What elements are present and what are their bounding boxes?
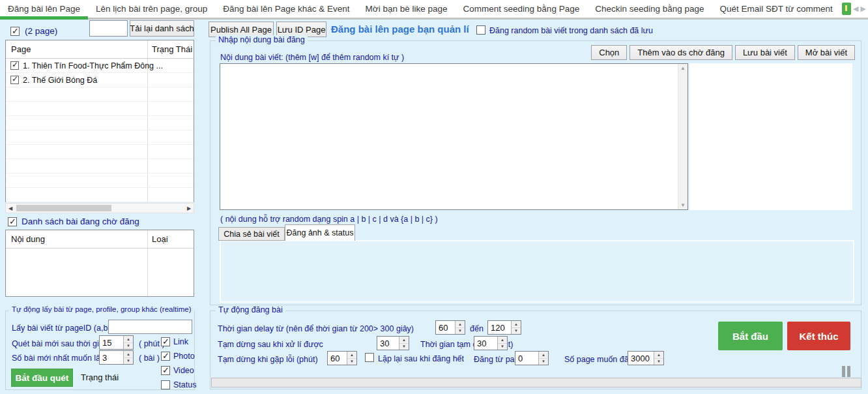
random-post-checkbox[interactable] (476, 25, 485, 35)
spinner-down-icon[interactable]: ▼ (654, 359, 663, 365)
tab-dang-bai-page-khac-event[interactable]: Đăng bài lên Page khác & Event (215, 0, 357, 18)
app-window: Đăng bài lên Page Lên lịch bài trên page… (0, 0, 868, 394)
compose-group-title: Nhập nội dung bài đăng (216, 35, 308, 44)
tab-photo-status[interactable]: Đăng ảnh & status (285, 224, 355, 241)
spinner-down-icon[interactable]: ▼ (539, 359, 548, 365)
spinner-down-icon[interactable]: ▼ (399, 344, 409, 350)
choose-button[interactable]: Chọn (591, 45, 627, 60)
spinner-up-icon[interactable]: ▲ (512, 321, 521, 328)
scroll-up-icon[interactable]: ▲ (678, 65, 687, 71)
spinner-down-icon[interactable]: ▼ (512, 328, 521, 335)
pages-table-header: Page Trạng Thái (6, 40, 194, 59)
spinner-up-icon[interactable]: ▲ (654, 352, 663, 359)
spinner-up-icon[interactable]: ▲ (124, 351, 133, 358)
spinner-down-icon[interactable]: ▼ (124, 343, 133, 350)
page-row-empty (6, 145, 194, 159)
spinner-down-icon[interactable]: ▼ (498, 344, 507, 350)
page-row-empty (6, 130, 194, 145)
page-row-label: 1. Thiên Tín Food-Thực Phẩm Đông ... (23, 61, 163, 70)
delay-to-label: đến (470, 324, 484, 334)
tab-quet-email-sdt[interactable]: Quét Email SĐT từ comment (712, 0, 841, 18)
start-button[interactable]: Bắt đầu (718, 322, 783, 350)
green-indicator-button[interactable] (842, 3, 851, 15)
col-content: Nội dung (11, 234, 45, 244)
delay-to-spinner[interactable]: 120 ▲▼ (487, 320, 521, 335)
type-video-checkbox[interactable] (161, 366, 170, 375)
type-photo-checkbox[interactable] (161, 352, 170, 361)
delay-from-spinner[interactable]: 60 ▲▼ (435, 320, 465, 335)
tab-dang-bai-len-page[interactable]: Đăng bài lên Page (0, 0, 88, 18)
page-row-empty (6, 188, 194, 202)
page-title: Đăng bài lên page bạn quản lí (331, 24, 469, 34)
scrollbar-thumb[interactable] (16, 205, 111, 211)
newest-count-spinner[interactable]: 3 ▲▼ (99, 350, 134, 365)
pause-after-spinner[interactable]: 30 ▲▼ (377, 336, 409, 350)
spinner-up-icon[interactable]: ▲ (347, 352, 356, 359)
page-row-empty (6, 102, 194, 116)
tab-scroll-right-icon[interactable]: ▶ (861, 3, 866, 15)
page-row[interactable]: 1. Thiên Tín Food-Thực Phẩm Đông ... (6, 59, 194, 73)
tab-moi-ban-be-like-page[interactable]: Mời bạn bè like page (358, 0, 456, 18)
stop-button[interactable]: Kết thúc (787, 322, 850, 350)
compose-button-row: Chọn Thêm vào ds chờ đăng Lưu bài viết M… (613, 45, 855, 60)
num-pages-label: Số page muốn đăng (564, 355, 638, 365)
num-pages-spinner[interactable]: 3000 ▲▼ (628, 351, 664, 365)
pages-hscrollbar[interactable]: ◀ ▶ (5, 203, 194, 213)
newest-count-label: Số bài mới nhất muốn lấy (12, 354, 104, 363)
spinner-down-icon[interactable]: ▼ (347, 359, 356, 365)
scroll-right-icon[interactable]: ▶ (184, 205, 194, 211)
type-video-label: Video (173, 366, 194, 376)
textarea-vscrollbar[interactable]: ▲ ▼ (678, 64, 687, 209)
page-row-empty (6, 87, 194, 102)
col-type: Loại (152, 234, 168, 244)
pending-list-checkbox[interactable] (8, 217, 17, 226)
select-all-pages-checkbox[interactable] (10, 27, 20, 36)
tab-comment-seeding[interactable]: Comment seeding bằng Page (456, 0, 588, 18)
type-link-checkbox[interactable] (161, 337, 170, 346)
spinner-up-icon[interactable]: ▲ (399, 337, 409, 344)
pause-icon[interactable] (842, 366, 850, 377)
page-row-checkbox[interactable] (10, 76, 19, 84)
spinner-down-icon[interactable]: ▼ (124, 358, 133, 365)
pause-error-label: Tạm dừng khi gặp lỗi (phút) (218, 355, 318, 365)
page-row-checkbox[interactable] (10, 61, 19, 70)
save-post-button[interactable]: Lưu bài viết (735, 45, 795, 60)
type-photo-label: Photo (173, 352, 195, 361)
scroll-down-icon[interactable]: ▼ (678, 202, 687, 208)
tab-share-post[interactable]: Chia sẻ bài viết (218, 227, 285, 241)
delay-label: Thời gian delay từ (nên để thời gian từ … (218, 324, 414, 334)
pages-count-label: (2 page) (25, 26, 57, 36)
pageid-label: Lấy bài viết từ pageID (a,b) (12, 324, 111, 333)
post-content-textarea[interactable]: ▲ ▼ (220, 63, 688, 210)
open-post-button[interactable]: Mở bài viết (798, 45, 855, 60)
tab-checkin-seeding[interactable]: Checkin seeding bằng page (587, 0, 712, 18)
col-status: Trạng Thái (152, 44, 192, 54)
pageid-input[interactable] (108, 320, 192, 334)
start-scan-button[interactable]: Bắt đầu quét (11, 369, 73, 387)
main-tabbar: Đăng bài lên Page Lên lịch bài trên page… (0, 0, 868, 20)
spinner-down-icon[interactable]: ▼ (456, 328, 465, 335)
add-to-queue-button[interactable]: Thêm vào ds chờ đăng (629, 45, 732, 60)
from-page-spinner[interactable]: 0 ▲▼ (515, 351, 549, 365)
pause-after-label: Tạm dừng sau khi xử lí được (218, 340, 323, 350)
page-row[interactable]: 2. Thế Giới Bóng Đá (6, 73, 194, 87)
pending-table-header: Nội dung Loại (6, 230, 194, 249)
spinner-up-icon[interactable]: ▲ (456, 321, 465, 328)
type-status-checkbox[interactable] (161, 380, 170, 389)
scan-interval-spinner[interactable]: 15 ▲▼ (99, 335, 134, 350)
pending-posts-table: Nội dung Loại (5, 230, 194, 297)
photo-status-panel (220, 240, 854, 303)
reload-list-button[interactable]: Tải lại danh sách (130, 20, 194, 37)
repeat-checkbox[interactable] (365, 353, 374, 362)
tab-scroll-left-icon[interactable]: ◀ (853, 3, 858, 15)
newest-unit-label: ( bài ) (139, 354, 160, 363)
pause-error-spinner[interactable]: 60 ▲▼ (327, 351, 357, 365)
spinner-up-icon[interactable]: ▲ (539, 352, 548, 359)
scan-status-label: Trạng thái (81, 372, 119, 382)
scroll-left-icon[interactable]: ◀ (6, 205, 15, 211)
page-filter-input[interactable] (89, 20, 128, 37)
spinner-up-icon[interactable]: ▲ (124, 336, 133, 343)
tab-len-lich-bai[interactable]: Lên lịch bài trên page, group (88, 0, 215, 18)
pause-minutes-spinner[interactable]: 30 ▲▼ (474, 336, 508, 350)
spinner-up-icon[interactable]: ▲ (498, 337, 507, 344)
